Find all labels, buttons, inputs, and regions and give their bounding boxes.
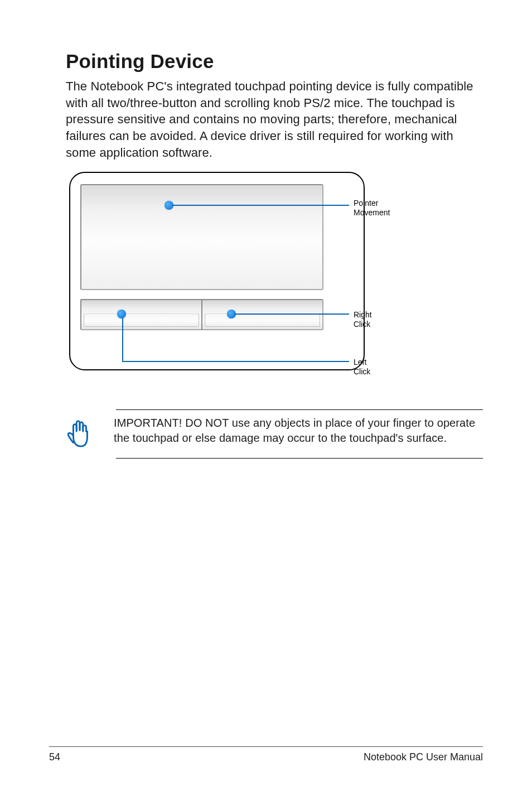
footer-doc-title: Notebook PC User Manual <box>364 751 483 763</box>
touchpad-diagram: Pointer Movement Right Click Left Click <box>69 172 365 384</box>
label-pointer-movement-line2: Movement <box>354 208 390 217</box>
touchpad-right-button <box>201 299 323 330</box>
touchpad-left-button <box>80 299 202 330</box>
page-footer: 54 Notebook PC User Manual <box>49 746 483 763</box>
label-pointer-movement: Pointer Movement <box>354 199 390 216</box>
intro-paragraph: The Notebook PC's integrated touchpad po… <box>66 78 483 161</box>
footer-page-number: 54 <box>49 751 60 763</box>
page-title: Pointing Device <box>66 50 483 73</box>
label-pointer-movement-line1: Pointer <box>354 199 378 208</box>
important-note-text: IMPORTANT! DO NOT use any objects in pla… <box>114 416 483 445</box>
caution-hand-icon <box>66 416 94 451</box>
label-left-click: Left Click <box>354 358 370 375</box>
important-note: IMPORTANT! DO NOT use any objects in pla… <box>116 409 483 459</box>
label-right-click: Right Click <box>354 310 372 328</box>
page: Pointing Device The Notebook PC's integr… <box>0 0 532 791</box>
touchpad-surface <box>80 184 323 290</box>
